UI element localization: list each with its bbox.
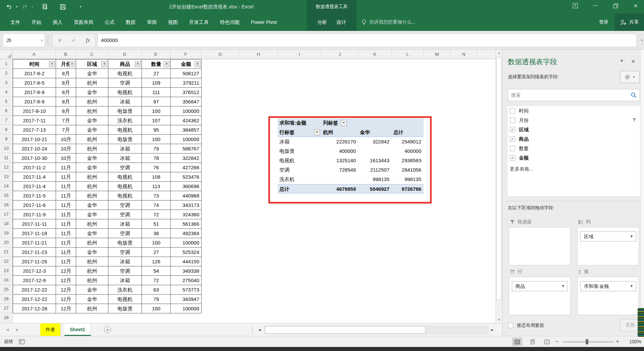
cell[interactable]: 金华 — [76, 248, 108, 257]
cell[interactable]: 2017-11-2 — [13, 163, 56, 172]
share-button[interactable]: 共享 — [614, 13, 644, 31]
cell[interactable]: 11月 — [56, 248, 76, 257]
values-area-box[interactable]: 求和项:金额▼ — [577, 277, 639, 315]
cell[interactable]: 电饭煲 — [108, 106, 142, 116]
row-header-5[interactable]: 5 — [0, 97, 13, 106]
cell[interactable]: 空调 — [108, 266, 142, 276]
cell[interactable]: 12月 — [56, 304, 76, 313]
cell[interactable]: 12月 — [56, 285, 76, 295]
cell[interactable]: 12月 — [56, 266, 76, 276]
cell[interactable]: 电视机 — [108, 182, 142, 191]
cell[interactable]: 杭州 — [76, 172, 108, 182]
cell[interactable]: 2017-11-28 — [13, 257, 56, 266]
field-checkbox[interactable] — [510, 108, 515, 114]
cell[interactable]: 2017-11-21 — [13, 238, 56, 248]
pivot-value-cell[interactable]: 998135 — [392, 175, 424, 184]
cell[interactable]: 冰箱 — [108, 153, 142, 163]
cell[interactable]: 7月 — [56, 116, 76, 125]
cell[interactable]: 金华 — [76, 88, 108, 97]
cell[interactable]: 11月 — [56, 172, 76, 182]
pivot-value-title[interactable]: 求和项:金额 — [278, 118, 321, 128]
cell[interactable]: 97 — [142, 97, 171, 106]
filter-dropdown-icon[interactable]: ▼ — [101, 61, 107, 67]
pivot-column-header[interactable]: 总计 — [392, 128, 424, 137]
cell[interactable]: 78 — [142, 153, 171, 163]
pivot-value-cell[interactable] — [358, 146, 392, 156]
macro-record-icon[interactable] — [19, 339, 25, 344]
cell[interactable]: 349338 — [171, 266, 202, 276]
cell[interactable]: 杭州 — [76, 135, 108, 144]
field-checkbox[interactable]: ✓ — [510, 155, 515, 161]
cell[interactable]: 杭州 — [76, 97, 108, 106]
cell[interactable]: 51 — [142, 219, 171, 229]
cell[interactable]: 2017-8-2 — [13, 69, 56, 78]
cell[interactable]: 10月 — [56, 144, 76, 153]
ribbon-tab-5[interactable]: 数据 — [120, 13, 141, 31]
field-item-金额[interactable]: ✓金额 — [508, 153, 640, 163]
cell[interactable]: 空调 — [108, 229, 142, 238]
cell[interactable]: 492384 — [171, 229, 202, 238]
confirm-entry-icon[interactable]: ✓ — [67, 37, 81, 44]
cell[interactable]: 电视机 — [108, 125, 142, 135]
cell[interactable]: 冰箱 — [108, 257, 142, 266]
cell[interactable]: 424362 — [171, 116, 202, 125]
cell[interactable]: 11月 — [56, 210, 76, 219]
hscroll-left-icon[interactable]: ◀ — [256, 326, 263, 334]
cell[interactable]: 573773 — [171, 285, 202, 295]
field-checkbox[interactable]: ✓ — [510, 136, 515, 142]
vertical-scrollbar[interactable]: ▲ ▼ — [495, 50, 502, 323]
row-header-3[interactable]: 3 — [0, 78, 13, 87]
cell[interactable]: 电视机 — [108, 172, 142, 182]
row-header-19[interactable]: 19 — [0, 228, 13, 238]
row-header-20[interactable]: 20 — [0, 238, 13, 247]
context-tab-0[interactable]: 分析 — [313, 13, 332, 31]
column-header-N[interactable]: N — [450, 50, 477, 59]
row-header-11[interactable]: 11 — [0, 153, 13, 163]
cell[interactable]: 343947 — [171, 295, 202, 304]
cell[interactable]: 11月 — [56, 163, 76, 172]
cell[interactable]: 379211 — [171, 78, 202, 88]
cell[interactable]: 72 — [142, 210, 171, 219]
header-cell[interactable]: 金额▼ — [171, 59, 202, 69]
qat-customize-icon[interactable]: ▾ — [79, 5, 82, 8]
ribbon-tab-4[interactable]: 公式 — [99, 13, 120, 31]
pivot-row-header[interactable]: 空调 — [278, 165, 321, 175]
field-checkbox[interactable] — [510, 118, 515, 123]
cell[interactable]: 空调 — [108, 248, 142, 257]
cell[interactable]: 杭州 — [76, 182, 108, 191]
minimize-button[interactable]: ─ — [590, 1, 601, 10]
zoom-out-icon[interactable]: − — [555, 336, 558, 347]
pivot-value-cell[interactable]: 1325140 — [321, 156, 358, 165]
insert-function-icon[interactable]: fx — [81, 37, 95, 44]
cell[interactable]: 74 — [142, 201, 171, 210]
zoom-slider[interactable] — [563, 342, 614, 342]
cell[interactable]: 2017-7-11 — [13, 116, 56, 125]
zoom-slider-thumb[interactable] — [586, 339, 588, 344]
cell[interactable]: 100 — [142, 106, 171, 116]
cell[interactable]: 100 — [142, 238, 171, 248]
cell[interactable]: 11月 — [56, 182, 76, 191]
formula-input[interactable]: 400000 — [97, 34, 637, 47]
cell[interactable]: 2017-12-3 — [13, 266, 56, 276]
cell[interactable]: 8月 — [56, 88, 76, 97]
cell[interactable]: 杭州 — [76, 304, 108, 313]
pivot-value-cell[interactable]: 998135 — [358, 175, 392, 184]
cell[interactable]: 12月 — [56, 276, 76, 285]
column-header-A[interactable]: A — [13, 50, 56, 59]
column-header-M[interactable]: M — [424, 50, 450, 59]
print-preview-icon[interactable] — [41, 2, 49, 11]
field-item-区域[interactable]: ✓区域 — [508, 125, 640, 134]
cell[interactable]: 金华 — [76, 210, 108, 219]
cell[interactable]: 电视机 — [108, 88, 142, 97]
pivot-cell[interactable] — [392, 118, 424, 128]
column-header-B[interactable]: B — [56, 50, 76, 59]
cell[interactable]: 8月 — [56, 97, 76, 106]
cell[interactable]: 8月 — [56, 106, 76, 116]
cell[interactable]: 275040 — [171, 276, 202, 285]
cell[interactable]: 11月 — [56, 191, 76, 201]
cell[interactable]: 343173 — [171, 201, 202, 210]
cell[interactable]: 126 — [142, 257, 171, 266]
name-box-dropdown-icon[interactable]: ▾ — [41, 34, 43, 47]
row-header-21[interactable]: 21 — [0, 247, 13, 257]
row-header-15[interactable]: 15 — [0, 191, 13, 200]
